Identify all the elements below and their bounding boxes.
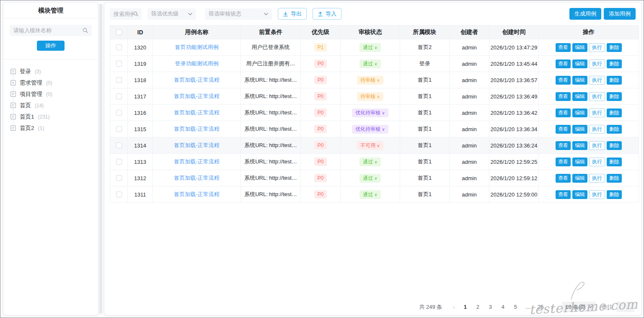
priority-filter-select[interactable]: 筛选优先级	[147, 8, 196, 20]
edit-button[interactable]: 编辑	[572, 109, 587, 117]
sidebar-scrollbar[interactable]	[99, 4, 102, 314]
module-tree-item[interactable]: 需求管理 (0)	[10, 77, 98, 88]
module-tree-item[interactable]: 首页1 (231)	[10, 111, 98, 122]
delete-button[interactable]: 删除	[607, 158, 622, 166]
row-checkbox[interactable]	[116, 175, 122, 181]
row-checkbox[interactable]	[116, 191, 122, 197]
add-case-button[interactable]: 添加用例	[604, 8, 636, 20]
review-status-badge[interactable]: 不可用∨	[357, 141, 383, 150]
select-all-checkbox[interactable]	[116, 29, 122, 35]
view-button[interactable]: 查看	[556, 190, 571, 199]
review-status-badge[interactable]: 通过∨	[360, 59, 380, 68]
run-button[interactable]: 执行	[589, 76, 605, 85]
row-checkbox[interactable]	[116, 110, 122, 116]
edit-button[interactable]: 编辑	[572, 158, 587, 166]
edit-button[interactable]: 编辑	[572, 125, 587, 134]
row-checkbox[interactable]	[116, 126, 122, 132]
run-button[interactable]: 执行	[589, 59, 605, 68]
delete-button[interactable]: 删除	[607, 43, 622, 52]
delete-button[interactable]: 删除	[607, 174, 622, 183]
case-name-link[interactable]: 首页加载-正常流程	[174, 175, 219, 181]
view-button[interactable]: 查看	[556, 109, 571, 117]
goto-page-input[interactable]	[616, 302, 635, 312]
view-button[interactable]: 查看	[556, 76, 571, 85]
case-name-link[interactable]: 首页加载-正常流程	[174, 191, 219, 197]
row-checkbox[interactable]	[116, 77, 122, 83]
delete-button[interactable]: 删除	[607, 76, 622, 85]
page-number[interactable]: 2	[471, 304, 484, 310]
row-checkbox[interactable]	[116, 93, 122, 99]
created-time-cell: 2026/1/20 12:59:25	[489, 154, 539, 170]
page-number[interactable]: 25	[534, 304, 547, 310]
delete-button[interactable]: 删除	[607, 92, 622, 101]
review-status-badge[interactable]: 通过∨	[360, 190, 380, 199]
module-tree-item[interactable]: 项目管理 (0)	[10, 88, 98, 100]
edit-button[interactable]: 编辑	[572, 190, 587, 199]
view-button[interactable]: 查看	[556, 43, 571, 52]
delete-button[interactable]: 删除	[607, 109, 622, 117]
review-status-filter-select[interactable]: 筛选审核状态	[205, 8, 272, 20]
review-status-badge[interactable]: 优化待审核∨	[352, 125, 388, 134]
review-status-badge[interactable]: 待审核∨	[357, 92, 383, 101]
page-size-select[interactable]: 10 条/页	[562, 302, 596, 312]
module-cell: 首页2	[400, 39, 450, 56]
review-status-badge[interactable]: 优化待审核∨	[352, 109, 388, 117]
delete-button[interactable]: 删除	[607, 59, 622, 68]
page-number[interactable]: 1	[459, 304, 471, 310]
view-button[interactable]: 查看	[556, 92, 571, 101]
view-button[interactable]: 查看	[556, 158, 571, 166]
row-checkbox[interactable]	[116, 44, 122, 50]
module-tree-item[interactable]: 登录 (3)	[10, 66, 98, 77]
row-checkbox[interactable]	[116, 61, 122, 67]
page-number[interactable]: 4	[497, 304, 509, 310]
case-name-link[interactable]: 首页加载-正常流程	[174, 126, 219, 132]
run-button[interactable]: 执行	[589, 158, 605, 166]
page-number[interactable]: 5	[509, 304, 522, 310]
review-status-badge[interactable]: 待审核∨	[357, 76, 383, 85]
run-button[interactable]: 执行	[589, 174, 605, 183]
next-page-button[interactable]: ›	[547, 303, 557, 310]
run-button[interactable]: 执行	[589, 125, 605, 134]
case-search-input[interactable]	[114, 11, 133, 17]
delete-button[interactable]: 删除	[607, 125, 622, 134]
view-button[interactable]: 查看	[556, 59, 571, 68]
run-button[interactable]: 执行	[589, 141, 605, 150]
module-tree-item[interactable]: 首页 (14)	[10, 100, 98, 111]
run-button[interactable]: 执行	[589, 43, 605, 52]
module-search-input[interactable]	[13, 27, 83, 34]
import-button[interactable]: 导入	[313, 8, 341, 20]
export-button[interactable]: 导出	[278, 8, 307, 20]
row-checkbox[interactable]	[116, 159, 122, 165]
edit-button[interactable]: 编辑	[572, 43, 587, 52]
case-name-link[interactable]: 首页加载-正常流程	[174, 77, 219, 83]
edit-button[interactable]: 编辑	[572, 141, 587, 150]
case-name-link[interactable]: 首页加载-正常流程	[174, 142, 219, 148]
edit-button[interactable]: 编辑	[572, 92, 587, 101]
case-name-link[interactable]: 首页加载-正常流程	[174, 158, 219, 165]
delete-button[interactable]: 删除	[607, 141, 622, 150]
case-name-link[interactable]: 首页功能测试用例	[175, 44, 219, 50]
run-button[interactable]: 执行	[589, 190, 605, 199]
page-number[interactable]: 3	[484, 304, 497, 310]
view-button[interactable]: 查看	[556, 141, 571, 150]
edit-button[interactable]: 编辑	[572, 76, 587, 85]
module-tree-item[interactable]: 首页2 (1)	[10, 122, 98, 134]
review-status-badge[interactable]: 通过∨	[360, 43, 380, 52]
case-name-link[interactable]: 登录功能测试用例	[175, 60, 219, 67]
case-name-link[interactable]: 首页加载-正常流程	[174, 93, 219, 99]
generate-case-button[interactable]: 生成用例	[569, 8, 601, 20]
delete-button[interactable]: 删除	[607, 190, 622, 199]
module-action-button[interactable]: 操作	[37, 41, 65, 51]
review-status-badge[interactable]: 通过∨	[360, 158, 380, 166]
view-button[interactable]: 查看	[556, 174, 571, 183]
row-checkbox[interactable]	[116, 142, 122, 148]
view-button[interactable]: 查看	[556, 125, 571, 134]
edit-button[interactable]: 编辑	[572, 59, 587, 68]
edit-button[interactable]: 编辑	[572, 174, 587, 183]
run-button[interactable]: 执行	[589, 109, 605, 117]
review-status-badge[interactable]: 通过∨	[360, 174, 380, 183]
case-name-link[interactable]: 首页加载-正常流程	[174, 109, 219, 116]
run-button[interactable]: 执行	[589, 92, 605, 101]
page-ellipsis[interactable]: …	[522, 304, 534, 310]
prev-page-button[interactable]: ‹	[449, 303, 459, 310]
